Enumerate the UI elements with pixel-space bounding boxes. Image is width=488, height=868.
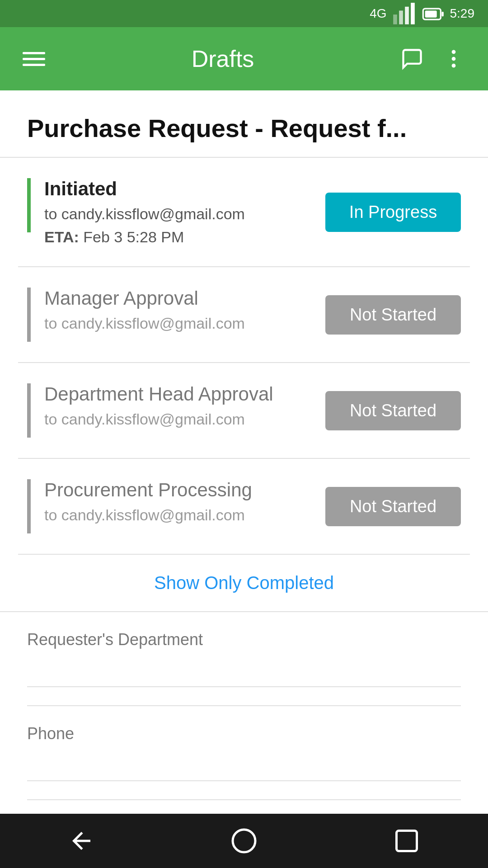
workflow-container: Initiated to candy.kissflow@gmail.com ET… xyxy=(0,158,488,555)
status-icons: 4G 5:29 xyxy=(370,2,474,25)
status-bar: 4G 5:29 xyxy=(0,0,488,27)
step-left-manager: Manager Approval to candy.kissflow@gmail… xyxy=(27,288,245,342)
svg-point-6 xyxy=(452,50,456,54)
home-button[interactable] xyxy=(230,827,258,854)
svg-rect-1 xyxy=(399,11,403,24)
recent-icon xyxy=(393,827,420,854)
home-icon xyxy=(230,827,258,854)
menu-button[interactable] xyxy=(18,47,50,71)
status-badge-procurement: Not Started xyxy=(325,487,461,526)
form-label-phone: Phone xyxy=(27,724,461,743)
form-field-requesters-department: Requester's Department xyxy=(27,612,461,706)
step-accent-manager xyxy=(27,288,31,342)
hamburger-icon xyxy=(23,52,45,66)
step-left-procurement: Procurement Processing to candy.kissflow… xyxy=(27,479,252,533)
step-title-procurement: Procurement Processing xyxy=(44,479,252,501)
step-left-dept-head: Department Head Approval to candy.kissfl… xyxy=(27,383,273,438)
step-info-manager: Manager Approval to candy.kissflow@gmail… xyxy=(44,288,245,332)
step-left-initiated: Initiated to candy.kissflow@gmail.com ET… xyxy=(27,178,245,246)
svg-rect-5 xyxy=(425,11,436,18)
show-completed-link[interactable]: Show Only Completed xyxy=(154,573,334,593)
form-input-phone[interactable] xyxy=(27,752,461,781)
form-section: Requester's Department Phone xyxy=(0,612,488,800)
step-title-dept-head: Department Head Approval xyxy=(44,383,273,405)
svg-rect-2 xyxy=(405,7,409,24)
recent-button[interactable] xyxy=(393,827,420,854)
step-title-manager: Manager Approval xyxy=(44,288,245,309)
svg-point-9 xyxy=(233,830,255,852)
step-assignee-initiated: to candy.kissflow@gmail.com xyxy=(44,205,245,223)
show-completed-container[interactable]: Show Only Completed xyxy=(0,555,488,612)
form-field-phone: Phone xyxy=(27,706,461,800)
workflow-step-initiated: Initiated to candy.kissflow@gmail.com ET… xyxy=(18,158,470,267)
step-assignee-procurement: to candy.kissflow@gmail.com xyxy=(44,506,252,524)
form-input-requesters-department[interactable] xyxy=(27,658,461,687)
back-icon xyxy=(68,827,95,854)
step-info-procurement: Procurement Processing to candy.kissflow… xyxy=(44,479,252,524)
more-icon xyxy=(442,47,465,71)
workflow-step-procurement: Procurement Processing to candy.kissflow… xyxy=(18,459,470,555)
chat-button[interactable] xyxy=(396,42,428,75)
app-bar: Drafts xyxy=(0,27,488,90)
status-badge-manager: Not Started xyxy=(325,295,461,335)
workflow-step-dept-head: Department Head Approval to candy.kissfl… xyxy=(18,363,470,459)
time-display: 5:29 xyxy=(450,6,475,21)
svg-point-7 xyxy=(452,57,456,61)
step-title-initiated: Initiated xyxy=(44,178,245,200)
svg-rect-10 xyxy=(397,831,417,851)
step-eta-initiated: ETA: Feb 3 5:28 PM xyxy=(44,228,245,246)
app-bar-title: Drafts xyxy=(50,45,396,72)
step-assignee-manager: to candy.kissflow@gmail.com xyxy=(44,315,245,332)
signal-indicator: 4G xyxy=(370,6,386,21)
more-button[interactable] xyxy=(437,42,470,75)
form-label-requesters-department: Requester's Department xyxy=(27,630,461,649)
svg-point-8 xyxy=(452,64,456,68)
page-title: Purchase Request - Request f... xyxy=(27,113,461,143)
back-button[interactable] xyxy=(68,827,95,854)
step-accent-dept-head xyxy=(27,383,31,438)
status-badge-dept-head: Not Started xyxy=(325,391,461,430)
svg-rect-0 xyxy=(393,14,397,24)
step-accent-procurement xyxy=(27,479,31,533)
signal-icon xyxy=(392,2,416,25)
nav-bar xyxy=(0,814,488,868)
step-assignee-dept-head: to candy.kissflow@gmail.com xyxy=(44,410,273,428)
status-badge-initiated: In Progress xyxy=(325,193,461,232)
step-accent-initiated xyxy=(27,178,31,232)
step-info-initiated: Initiated to candy.kissflow@gmail.com ET… xyxy=(44,178,245,246)
chat-icon xyxy=(400,47,424,71)
workflow-step-manager: Manager Approval to candy.kissflow@gmail… xyxy=(18,267,470,363)
page-title-container: Purchase Request - Request f... xyxy=(0,90,488,158)
svg-rect-3 xyxy=(411,3,415,24)
battery-icon xyxy=(421,2,445,25)
step-info-dept-head: Department Head Approval to candy.kissfl… xyxy=(44,383,273,428)
